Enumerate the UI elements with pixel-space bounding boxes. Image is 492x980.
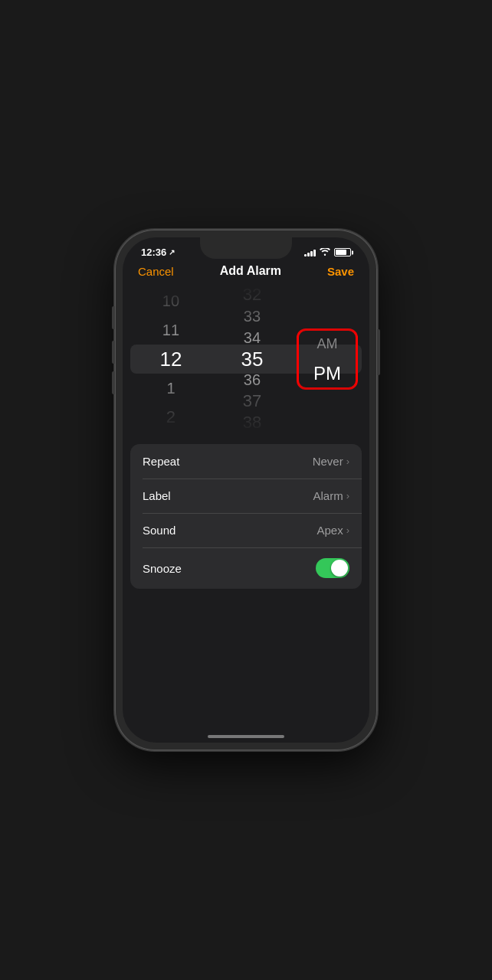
hour-item-selected[interactable]: 12 [130, 345, 212, 374]
hour-item[interactable]: 2 [130, 403, 212, 432]
picker-columns: 10 11 12 1 2 32 33 34 35 36 37 38 [130, 284, 362, 433]
minute-item[interactable]: 36 [212, 369, 293, 390]
location-icon: ↗ [169, 248, 175, 256]
save-button[interactable]: Save [327, 265, 354, 278]
hour-item[interactable]: 11 [130, 315, 212, 345]
sound-label: Sound [143, 524, 175, 537]
wifi-icon [320, 248, 330, 257]
toggle-knob [331, 560, 348, 577]
hour-item[interactable]: 10 [130, 286, 212, 315]
am-item[interactable]: AM [293, 330, 362, 359]
minute-item[interactable]: 32 [212, 284, 293, 305]
battery-icon [334, 248, 351, 256]
repeat-value-text: Never [313, 455, 343, 468]
hour-item[interactable]: 1 [130, 374, 212, 403]
home-indicator[interactable] [208, 735, 284, 738]
page-title: Add Alarm [220, 264, 281, 278]
phone-frame: 12:36 ↗ [115, 230, 377, 750]
pm-item-selected[interactable]: PM [293, 359, 362, 388]
repeat-chevron-icon: › [346, 456, 349, 467]
minute-item-selected[interactable]: 35 [212, 348, 293, 370]
snooze-row: Snooze [130, 547, 362, 589]
minute-item[interactable]: 34 [212, 327, 293, 348]
repeat-label: Repeat [143, 455, 179, 468]
status-time: 12:36 ↗ [141, 247, 175, 258]
nav-bar: Cancel Add Alarm Save [123, 261, 369, 284]
hours-column[interactable]: 10 11 12 1 2 [130, 284, 212, 433]
minute-item[interactable]: 37 [212, 390, 293, 412]
phone-screen: 12:36 ↗ [123, 237, 369, 743]
label-label: Label [143, 489, 171, 502]
notch [200, 237, 292, 259]
sound-value: Apex › [317, 524, 349, 537]
ampm-column[interactable]: AM PM [293, 284, 362, 433]
minutes-column[interactable]: 32 33 34 35 36 37 38 [212, 284, 293, 433]
cancel-button[interactable]: Cancel [138, 265, 174, 278]
repeat-value: Never › [313, 455, 349, 468]
sound-chevron-icon: › [346, 524, 349, 536]
time-picker[interactable]: 10 11 12 1 2 32 33 34 35 36 37 38 [130, 284, 362, 433]
label-chevron-icon: › [346, 490, 349, 501]
snooze-toggle[interactable] [316, 558, 349, 578]
status-icons [304, 248, 351, 257]
settings-list: Repeat Never › Label Alarm › Sound Apex … [130, 444, 362, 589]
label-row[interactable]: Label Alarm › [130, 479, 362, 513]
time-display: 12:36 [141, 247, 166, 258]
sound-value-text: Apex [317, 524, 343, 537]
label-value: Alarm › [313, 489, 349, 502]
signal-icon [304, 249, 316, 256]
label-value-text: Alarm [313, 489, 343, 502]
minute-item[interactable]: 38 [212, 412, 293, 433]
sound-row[interactable]: Sound Apex › [130, 513, 362, 547]
repeat-row[interactable]: Repeat Never › [130, 444, 362, 479]
minute-item[interactable]: 33 [212, 305, 293, 327]
snooze-label: Snooze [143, 562, 182, 575]
